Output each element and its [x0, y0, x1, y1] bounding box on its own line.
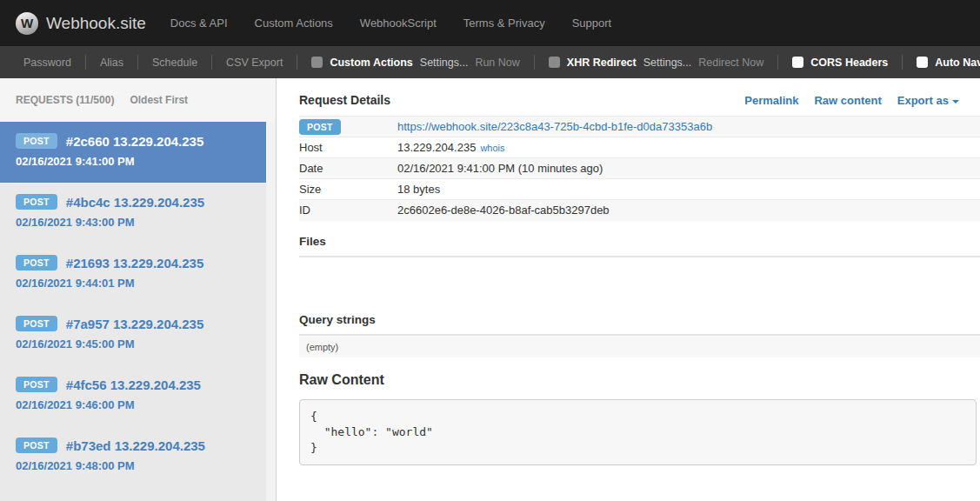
whois-link[interactable]: whois [480, 143, 504, 153]
redirect-now-button[interactable]: Redirect Now [698, 57, 763, 69]
page-title: Request Details [299, 93, 390, 107]
top-navbar: W Webhook.site Docs & API Custom Actions… [0, 0, 980, 46]
custom-actions-settings-link[interactable]: Settings... [420, 57, 469, 69]
method-badge: POST [16, 194, 57, 210]
request-list-item[interactable]: POST #2c660 13.229.204.235 02/16/2021 9:… [0, 122, 276, 183]
password-button[interactable]: Password [23, 57, 71, 69]
request-timestamp: 02/16/2021 9:48:00 PM [16, 459, 260, 472]
xhr-redirect-checkbox[interactable] [549, 57, 560, 68]
method-badge: POST [16, 377, 57, 392]
row-label: Host [299, 137, 397, 158]
raw-content-body[interactable]: { "hello": "world" } [299, 399, 977, 466]
size-value: 18 bytes [397, 179, 980, 200]
webhook-logo-icon: W [16, 12, 38, 35]
raw-content-section-header: Raw Content [299, 372, 980, 388]
chevron-down-icon [952, 100, 959, 104]
requests-header: REQUESTS (11/500) Oldest First [0, 78, 276, 122]
toolbar-divider [534, 55, 535, 70]
csv-export-button[interactable]: CSV Export [226, 57, 283, 69]
request-timestamp: 02/16/2021 9:41:00 PM [16, 155, 260, 168]
alias-button[interactable]: Alias [100, 57, 123, 69]
xhr-redirect-label: XHR Redirect [567, 57, 637, 69]
query-strings-section-header: Query strings [299, 313, 980, 336]
request-details-panel: Request Details Permalink Raw content Ex… [277, 78, 980, 501]
auto-navigate-checkbox[interactable] [917, 57, 928, 68]
brand[interactable]: W Webhook.site [16, 12, 146, 35]
xhr-redirect-settings-link[interactable]: Settings... [643, 57, 692, 69]
cors-headers-label: CORS Headers [810, 57, 888, 69]
request-title: #2c660 13.229.204.235 [66, 134, 204, 149]
export-as-label: Export as [897, 94, 949, 107]
cors-headers-checkbox[interactable] [792, 57, 803, 68]
permalink-link[interactable]: Permalink [744, 94, 798, 107]
nav-item-webhookscript[interactable]: WebhookScript [360, 17, 437, 30]
custom-actions-label: Custom Actions [330, 57, 412, 69]
request-list-item[interactable]: POST #7a957 13.229.204.235 02/16/2021 9:… [0, 304, 276, 365]
brand-name: Webhook.site [46, 14, 146, 33]
raw-content-link[interactable]: Raw content [814, 94, 881, 107]
method-badge: POST [16, 255, 57, 271]
schedule-button[interactable]: Schedule [152, 57, 197, 69]
toolbar-divider [297, 55, 297, 70]
request-timestamp: 02/16/2021 9:44:01 PM [16, 277, 260, 290]
method-badge: POST [16, 438, 57, 453]
nav-item-support[interactable]: Support [572, 17, 612, 30]
custom-actions-checkbox[interactable] [311, 57, 323, 68]
export-as-dropdown[interactable]: Export as [897, 94, 959, 107]
sidebar-scrollbar[interactable] [266, 122, 276, 501]
request-timestamp: 02/16/2021 9:45:00 PM [16, 337, 260, 351]
row-label: Date [299, 158, 397, 179]
toolbar-divider [777, 55, 778, 70]
toolbar-divider [902, 55, 903, 70]
xhr-redirect-group: XHR Redirect Settings... Redirect Now [549, 57, 764, 69]
request-details-table: POST https://webhook.site/223c8a43-725b-… [299, 116, 980, 221]
request-timestamp: 02/16/2021 9:43:00 PM [16, 216, 260, 229]
method-badge: POST [16, 133, 57, 149]
cors-headers-group: CORS Headers [792, 57, 888, 69]
table-row: Host 13.229.204.235whois [299, 137, 980, 158]
nav-item-docs-api[interactable]: Docs & API [170, 17, 228, 30]
row-label: Size [299, 179, 397, 200]
toolbar-divider [137, 55, 138, 70]
method-badge: POST [16, 316, 57, 331]
request-list-item[interactable]: POST #4bc4c 13.229.204.235 02/16/2021 9:… [0, 183, 276, 244]
method-badge: POST [299, 119, 341, 135]
requests-sidebar: REQUESTS (11/500) Oldest First POST #2c6… [0, 78, 277, 501]
toolbar-divider [85, 55, 86, 70]
navbar-menu: Docs & API Custom Actions WebhookScript … [170, 17, 611, 30]
request-list-item[interactable]: POST #21693 13.229.204.235 02/16/2021 9:… [0, 244, 276, 304]
host-value: 13.229.204.235 [397, 141, 476, 154]
request-list-item[interactable]: POST #b73ed 13.229.204.235 02/16/2021 9:… [0, 426, 276, 487]
table-row: ID 2c6602e6-de8e-4026-b8af-cab5b3297deb [299, 200, 980, 221]
request-list-item[interactable]: POST #4fc56 13.229.204.235 02/16/2021 9:… [0, 365, 276, 426]
request-title: #b73ed 13.229.204.235 [66, 438, 205, 453]
row-label: ID [299, 200, 397, 221]
toolbar-divider [211, 55, 212, 70]
sort-order-toggle[interactable]: Oldest First [130, 94, 188, 106]
nav-item-terms-privacy[interactable]: Terms & Privacy [463, 17, 545, 30]
nav-item-custom-actions[interactable]: Custom Actions [255, 17, 333, 30]
request-url-link[interactable]: https://webhook.site/223c8a43-725b-4cbd-… [397, 120, 712, 133]
table-row: POST https://webhook.site/223c8a43-725b-… [299, 117, 980, 137]
custom-actions-group: Custom Actions Settings... Run Now [311, 57, 519, 69]
requests-count-label: REQUESTS (11/500) [16, 94, 114, 106]
run-now-button[interactable]: Run Now [475, 57, 519, 69]
request-title: #21693 13.229.204.235 [66, 256, 204, 271]
date-value: 02/16/2021 9:41:00 PM (10 minutes ago) [397, 158, 980, 179]
request-title: #7a957 13.229.204.235 [66, 317, 204, 331]
request-timestamp: 02/16/2021 9:46:00 PM [16, 398, 260, 411]
query-strings-empty-value: (empty) [299, 337, 980, 357]
table-row: Date 02/16/2021 9:41:00 PM (10 minutes a… [299, 158, 980, 179]
secondary-toolbar: Password Alias Schedule CSV Export Custo… [0, 46, 980, 78]
request-title: #4fc56 13.229.204.235 [66, 377, 201, 392]
table-row: Size 18 bytes [299, 179, 980, 200]
files-empty-area [299, 257, 980, 299]
files-section-header: Files [299, 235, 980, 257]
auto-navigate-label: Auto Navigate [935, 57, 980, 69]
request-title: #4bc4c 13.229.204.235 [66, 195, 204, 210]
auto-navigate-group: Auto Navigate [917, 57, 980, 69]
id-value: 2c6602e6-de8e-4026-b8af-cab5b3297deb [397, 200, 980, 221]
